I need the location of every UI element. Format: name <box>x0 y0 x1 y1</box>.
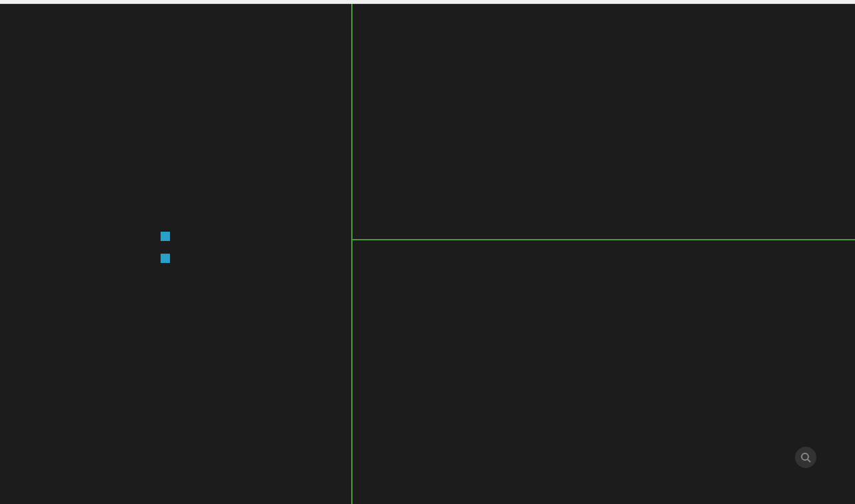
clock-pane[interactable] <box>0 4 353 504</box>
terminal-panes <box>353 4 855 504</box>
clock-digit-2 <box>115 214 155 282</box>
clock-digit-3 <box>177 214 217 282</box>
svg-point-0 <box>802 453 808 460</box>
search-icon[interactable] <box>795 447 816 468</box>
svg-line-1 <box>808 459 810 462</box>
digital-clock <box>70 214 262 282</box>
clock-digit-1 <box>70 214 110 282</box>
top-terminal-pane[interactable] <box>353 4 855 240</box>
bottom-terminal-pane[interactable] <box>353 240 855 504</box>
tmux-window <box>0 4 855 504</box>
clock-digit-4 <box>222 214 262 282</box>
clock-colon <box>161 214 171 282</box>
